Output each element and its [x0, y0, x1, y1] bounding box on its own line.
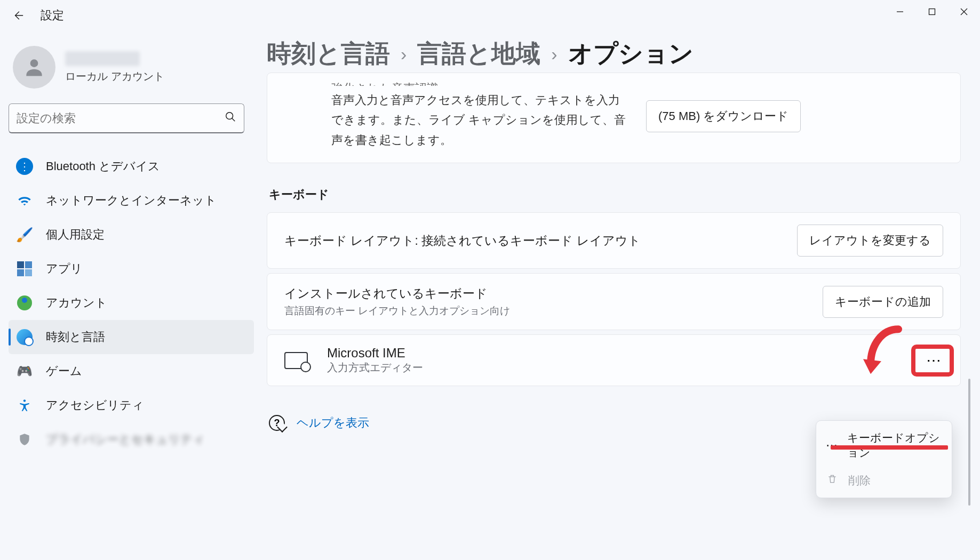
keyboard-section-title: キーボード — [269, 187, 961, 203]
bluetooth-icon: ⋮ — [16, 158, 33, 175]
nav-time-language[interactable]: 時刻と言語 — [9, 320, 254, 354]
breadcrumb-time-language[interactable]: 時刻と言語 — [267, 37, 390, 70]
nav-list: ⋮ Bluetooth とデバイス ネットワークとインターネット 🖌️ 個人用設… — [9, 149, 254, 457]
help-icon: ? — [269, 415, 285, 431]
menu-item-label: キーボードオプション — [847, 430, 942, 460]
nav-gaming[interactable]: 🎮 ゲーム — [9, 354, 254, 388]
speech-card-desc: 音声入力と音声アクセスを使用して、テキストを入力できます。また、ライブ キャプシ… — [331, 90, 630, 150]
titlebar: 設定 — [0, 0, 980, 31]
nav-privacy[interactable]: プライバシーとセキュリティ — [9, 422, 254, 457]
nav-bluetooth[interactable]: ⋮ Bluetooth とデバイス — [9, 149, 254, 183]
shield-icon — [16, 431, 33, 448]
globe-clock-icon — [17, 329, 33, 345]
minimize-icon — [896, 8, 904, 15]
trash-icon — [826, 474, 839, 487]
keyboard-layout-title: キーボード レイアウト: 接続されているキーボード レイアウト — [284, 233, 641, 249]
installed-keyboards-title: インストールされているキーボード — [284, 285, 510, 302]
person-icon — [22, 55, 46, 79]
nav-personalization[interactable]: 🖌️ 個人用設定 — [9, 218, 254, 252]
menu-item-label: 削除 — [848, 473, 871, 488]
nav-accounts[interactable]: アカウント — [9, 286, 254, 320]
speech-recognition-card: 強化された音声認識 音声入力と音声アクセスを使用して、テキストを入力できます。ま… — [267, 73, 961, 163]
speech-card-title: 強化された音声認識 — [331, 81, 630, 86]
keyboard-icon — [284, 352, 308, 369]
breadcrumb-options: オプション — [568, 37, 694, 70]
more-icon: ⋯ — [826, 438, 838, 452]
ime-context-menu: ⋯ キーボードオプション 削除 — [816, 420, 952, 498]
arrow-left-icon — [12, 10, 24, 21]
search-icon — [225, 111, 236, 126]
svg-rect-0 — [929, 9, 935, 15]
search-box[interactable] — [9, 103, 244, 133]
gamepad-icon: 🎮 — [16, 363, 33, 380]
main-content: 時刻と言語 › 言語と地域 › オプション 強化された音声認識 音声入力と音声ア… — [267, 37, 971, 560]
chevron-right-icon: › — [551, 44, 557, 65]
ime-name: Microsoft IME — [327, 346, 423, 361]
avatar — [13, 46, 55, 89]
nav-network[interactable]: ネットワークとインターネット — [9, 183, 254, 218]
breadcrumb-language-region[interactable]: 言語と地域 — [417, 37, 540, 70]
chevron-right-icon: › — [401, 44, 407, 65]
account-block[interactable]: ローカル アカウント — [9, 41, 254, 103]
annotation-arrow — [861, 323, 909, 383]
account-name-redacted — [65, 51, 140, 66]
minimize-button[interactable] — [884, 0, 916, 23]
close-button[interactable] — [948, 0, 980, 23]
svg-point-3 — [23, 399, 26, 402]
breadcrumb: 時刻と言語 › 言語と地域 › オプション — [267, 37, 971, 70]
ime-sub: 入力方式エディター — [327, 361, 423, 375]
keyboard-layout-card: キーボード レイアウト: 接続されているキーボード レイアウト レイアウトを変更… — [267, 212, 961, 269]
ime-card: Microsoft IME 入力方式エディター ⋯ — [267, 334, 961, 386]
brush-icon: 🖌️ — [16, 226, 33, 243]
nav-apps[interactable]: アプリ — [9, 252, 254, 286]
download-speech-button[interactable]: (75 MB) をダウンロード — [646, 100, 801, 132]
apps-icon — [17, 261, 32, 276]
app-title: 設定 — [41, 7, 64, 23]
menu-keyboard-options[interactable]: ⋯ キーボードオプション — [816, 424, 952, 467]
back-button[interactable] — [5, 3, 31, 28]
accessibility-icon — [16, 397, 33, 414]
add-keyboard-button[interactable]: キーボードの追加 — [823, 286, 943, 318]
svg-point-2 — [226, 112, 233, 119]
more-icon: ⋯ — [926, 351, 941, 369]
maximize-icon — [928, 8, 936, 15]
nav-accessibility[interactable]: アクセシビリティ — [9, 388, 254, 422]
change-layout-button[interactable]: レイアウトを変更する — [797, 225, 943, 257]
ime-more-button[interactable]: ⋯ — [918, 348, 950, 373]
menu-delete: 削除 — [816, 467, 952, 494]
sidebar: ローカル アカウント ⋮ Bluetooth とデバイス ネットワークとインター… — [0, 41, 254, 457]
installed-keyboards-sub: 言語固有のキー レイアウトと入力オプション向け — [284, 304, 510, 318]
account-icon — [17, 295, 32, 310]
svg-point-1 — [30, 59, 38, 67]
search-input[interactable] — [17, 111, 225, 125]
help-link[interactable]: ヘルプを表示 — [297, 415, 369, 431]
wifi-icon — [16, 192, 33, 209]
close-icon — [960, 8, 968, 15]
account-type: ローカル アカウント — [65, 69, 164, 84]
installed-keyboards-card: インストールされているキーボード 言語固有のキー レイアウトと入力オプション向け… — [267, 273, 961, 330]
maximize-button[interactable] — [916, 0, 948, 23]
scrollbar-thumb[interactable] — [968, 379, 970, 506]
